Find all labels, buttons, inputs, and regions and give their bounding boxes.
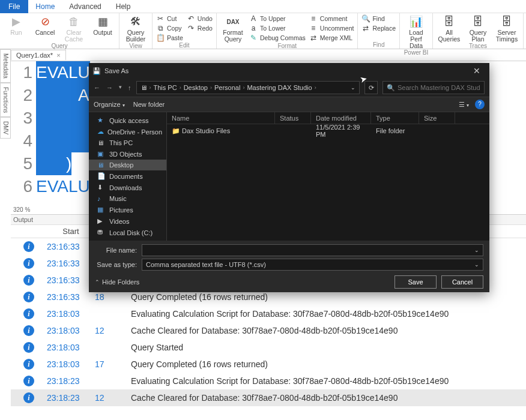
col-start[interactable]: Start — [47, 227, 95, 236]
tree-label: Videos — [109, 218, 129, 225]
document-tab[interactable]: Query1.dax* × — [11, 50, 66, 60]
refresh-icon[interactable]: ⟳ — [364, 81, 378, 94]
output-row[interactable]: i 23:18:03 Evaluating Calculation Script… — [11, 305, 526, 322]
search-input[interactable] — [398, 84, 480, 91]
crumb[interactable]: Mastering DAX Studio — [247, 84, 312, 91]
tab-dmv[interactable]: DMV — [0, 117, 11, 139]
output-row[interactable]: i 23:18:23 Evaluating Calculation Script… — [11, 373, 526, 389]
nav-tree[interactable]: ★Quick access☁OneDrive - Person🖥This PC▣… — [89, 112, 167, 241]
info-icon: i — [23, 241, 34, 252]
file-list[interactable]: Name Status Date modified Type Size 📁 Da… — [167, 112, 489, 241]
tree-item[interactable]: ▣3D Objects — [89, 148, 166, 160]
nav-forward-icon[interactable]: → — [106, 84, 113, 91]
tree-item[interactable]: 🖥This PC — [89, 137, 166, 148]
close-tab-icon[interactable]: × — [56, 52, 60, 59]
row-time: 23:18:03 — [47, 359, 95, 369]
tree-item[interactable]: ▶Videos — [89, 215, 166, 227]
copy-button[interactable]: ⧉Copy — [156, 24, 183, 32]
tree-item[interactable]: ★Quick access — [89, 115, 166, 126]
close-icon[interactable]: ✕ — [468, 66, 486, 76]
query-plan-button[interactable]: 🗄Query Plan — [465, 14, 491, 43]
nav-back-icon[interactable]: ← — [94, 84, 100, 91]
load-perf-button[interactable]: 📊Load Perf Data — [404, 14, 429, 49]
dialog-titlebar[interactable]: 💾Save As ✕ — [89, 63, 489, 79]
tree-item[interactable]: 📄Documents — [89, 170, 166, 182]
all-queries-button[interactable]: 🗄All Queries — [437, 14, 462, 43]
replace-button[interactable]: ⇄Replace — [361, 24, 396, 32]
col-date[interactable]: Date modified — [311, 112, 371, 124]
output-row[interactable]: i 23:18:03 17 Query Completed (16 rows r… — [11, 356, 526, 373]
query-builder-button[interactable]: 🛠Query Builder — [123, 14, 148, 43]
row-duration: 12 — [95, 326, 131, 335]
server-timings-button[interactable]: 🗄Server Timings — [494, 14, 519, 43]
tree-label: This PC — [109, 139, 133, 146]
organize-button[interactable]: Organize ▾ — [94, 101, 125, 108]
tree-item[interactable]: ☁OneDrive - Person — [89, 126, 166, 137]
output-row[interactable]: i 23:18:03 12 Cache Cleared for Database… — [11, 322, 526, 339]
col-status[interactable]: Status — [275, 112, 311, 124]
crumb-dropdown-icon[interactable]: ⌄ — [351, 85, 355, 91]
cut-button[interactable]: ✂Cut — [156, 14, 183, 23]
to-lower-button[interactable]: aTo Lower — [249, 24, 306, 32]
menu-advanced[interactable]: Advanced — [62, 0, 108, 13]
menu-help[interactable]: Help — [109, 0, 138, 13]
menu-file[interactable]: File — [0, 0, 28, 13]
new-folder-button[interactable]: New folder — [133, 101, 165, 108]
dropdown-icon[interactable]: ⌄ — [474, 262, 479, 268]
comment-button[interactable]: ≡Comment — [309, 14, 354, 23]
clear-cache-button[interactable]: 🗑Clear Cache — [61, 14, 86, 43]
cancel-button[interactable]: Cancel — [441, 275, 483, 289]
tree-item[interactable]: ▦Pictures — [89, 204, 166, 215]
line-gutter: 123 456 — [11, 61, 36, 205]
to-upper-button[interactable]: ATo Upper — [249, 14, 306, 23]
tree-item[interactable]: ♪Music — [89, 193, 166, 204]
tree-label: Pictures — [109, 206, 133, 214]
row-message: Query Completed (16 rows returned) — [131, 359, 526, 369]
tree-icon: ★ — [97, 116, 106, 124]
col-size[interactable]: Size — [419, 112, 455, 124]
find-button[interactable]: 🔍Find — [361, 14, 396, 23]
file-row[interactable]: 📁 Dax Studio Files 11/5/2021 2:39 PM Fil… — [167, 124, 489, 137]
paste-button[interactable]: 📋Paste — [156, 34, 183, 42]
output-button[interactable]: ▦Output — [90, 14, 115, 36]
search-box[interactable]: 🔍 — [382, 81, 485, 94]
view-mode-icon[interactable]: ☰ ▾ — [459, 101, 469, 109]
tree-icon: ♪ — [97, 195, 106, 202]
search-icon: 🔍 — [387, 84, 395, 92]
tree-icon: ☁ — [97, 128, 104, 136]
output-row[interactable]: i 23:18:03 Query Started — [11, 339, 526, 356]
hide-folders-button[interactable]: ⌃Hide Folders — [95, 278, 139, 286]
file-name-input[interactable] — [146, 247, 474, 254]
debug-commas-button[interactable]: ✎Debug Commas — [249, 34, 306, 42]
tree-item[interactable]: ⬇Downloads — [89, 182, 166, 193]
save-type-select[interactable]: Comma separated text file - UTF8 (*.csv)… — [142, 259, 483, 271]
row-message: Query Started — [131, 343, 526, 352]
lower-icon: a — [249, 24, 258, 32]
nav-up-icon[interactable]: ↑ — [128, 84, 132, 91]
tree-icon: 🖥 — [97, 161, 106, 169]
tab-functions[interactable]: Functions — [0, 83, 11, 117]
dropdown-icon[interactable]: ⌄ — [474, 247, 479, 253]
tree-item[interactable]: ⛃Local Disk (C:) — [89, 227, 166, 238]
tab-metadata[interactable]: Metadata — [0, 49, 11, 83]
save-button[interactable]: Save — [394, 275, 437, 289]
run-button[interactable]: ▶Run — [4, 14, 29, 36]
merge-xml-button[interactable]: ⇄Merge XML — [309, 34, 354, 42]
info-icon: i — [23, 359, 34, 370]
crumb[interactable]: Desktop — [184, 84, 208, 91]
help-icon[interactable]: ? — [475, 100, 485, 109]
format-query-button[interactable]: DAXFormat Query — [220, 14, 246, 43]
crumb[interactable]: This PC — [154, 84, 177, 91]
cancel-button[interactable]: ⊘Cancel — [32, 14, 58, 36]
breadcrumb[interactable]: 🖥› This PC› Desktop› Personal› Mastering… — [136, 81, 360, 94]
menu-home[interactable]: Home — [28, 0, 62, 13]
tree-item[interactable]: 🖥Desktop — [89, 160, 166, 170]
undo-button[interactable]: ↶Undo — [187, 14, 213, 23]
uncomment-button[interactable]: ≡Uncomment — [309, 24, 354, 32]
nav-recent-icon[interactable]: ▾ — [119, 84, 122, 91]
redo-button[interactable]: ↷Redo — [187, 24, 213, 32]
output-row[interactable]: i 23:18:23 12 Cache Cleared for Database… — [11, 389, 526, 406]
col-name[interactable]: Name — [167, 112, 275, 124]
col-type[interactable]: Type — [371, 112, 419, 124]
crumb[interactable]: Personal — [214, 84, 240, 91]
